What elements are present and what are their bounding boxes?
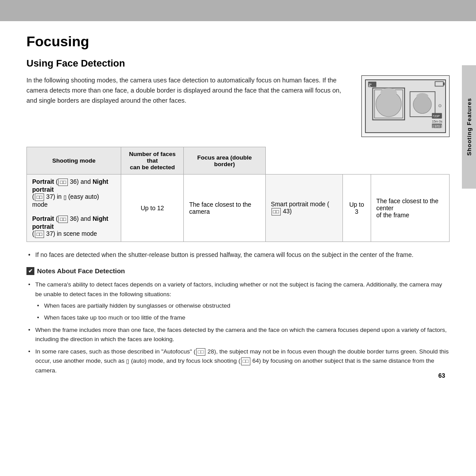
page-title: Focusing [26, 33, 450, 50]
bullet-item: If no faces are detected when the shutte… [26, 250, 450, 260]
table-cell-count2: Up to 3 [342, 175, 371, 242]
sub-list: When faces are partially hidden by sungl… [35, 301, 450, 323]
notes-block: ✔ Notes About Face Detection The camera'… [26, 266, 450, 376]
note-item-2: When the frame includes more than one fa… [26, 325, 450, 344]
notes-list: The camera's ability to detect faces dep… [26, 280, 450, 376]
notes-title: ✔ Notes About Face Detection [26, 266, 450, 276]
svg-text:Z': Z' [368, 83, 372, 87]
col-header-mode: Shooting mode [27, 147, 121, 175]
sub-item-2: When faces take up too much or too littl… [35, 313, 450, 323]
bullet-section: If no faces are detected when the shutte… [26, 250, 450, 260]
table-cell-focus2: The face closest to the centerof the fra… [371, 175, 449, 242]
main-content: Focusing Using Face Detection In the fol… [0, 21, 476, 387]
feature-table: Shooting mode Number of faces thatcan be… [26, 147, 450, 242]
intro-area: In the following shooting modes, the cam… [26, 75, 450, 137]
svg-text:⊙: ⊙ [438, 103, 442, 108]
table-cell-count1: Up to 12 [121, 175, 184, 242]
section-title: Using Face Detection [26, 58, 450, 69]
svg-point-11 [416, 93, 428, 99]
page-number: 63 [438, 372, 445, 379]
top-bar [0, 0, 476, 21]
notes-heading: Notes About Face Detection [37, 266, 125, 276]
svg-point-8 [380, 88, 397, 97]
check-icon: ✔ [26, 267, 34, 275]
col-header-focus: Focus area (double border) [184, 147, 265, 175]
svg-text:720P: 720P [432, 114, 440, 118]
svg-text:[ 970 ]: [ 970 ] [433, 124, 442, 128]
svg-rect-4 [443, 82, 445, 85]
note-item-1: The camera's ability to detect faces dep… [26, 280, 450, 322]
table-cell-mode2: Smart portrait mode (□□ 43) [265, 175, 342, 242]
sub-item-1: When faces are partially hidden by sungl… [35, 301, 450, 311]
intro-text: In the following shooting modes, the cam… [26, 75, 348, 137]
note-item-3: In some rare cases, such as those descri… [26, 347, 450, 376]
table-cell-mode1: Portrait (□□ 36) and Night portrait (□□ … [27, 175, 121, 242]
camera-diagram: Z' ⊙ 720P 15m [361, 75, 450, 137]
svg-text:15m 0s: 15m 0s [432, 119, 443, 123]
sidebar-label: Shooting Features [462, 65, 476, 189]
table-cell-focus1: The face closest to the camera [184, 175, 265, 242]
col-header-count: Number of faces thatcan be detected [121, 147, 184, 175]
sidebar-text: Shooting Features [466, 98, 472, 156]
